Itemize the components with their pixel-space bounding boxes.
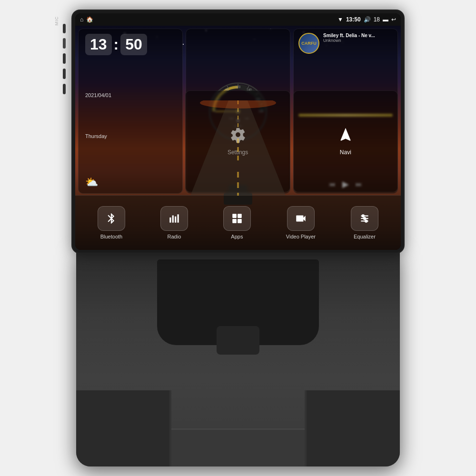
svg-rect-28 bbox=[172, 216, 174, 223]
svg-point-38 bbox=[365, 219, 368, 223]
navi-widget[interactable]: Navi bbox=[293, 90, 398, 193]
video-icon bbox=[295, 212, 307, 225]
svg-rect-29 bbox=[175, 217, 176, 223]
wifi-icon: ▼ bbox=[337, 16, 343, 23]
clock-display: 13 : 50 bbox=[85, 34, 176, 55]
svg-point-40 bbox=[363, 217, 367, 220]
music-logo-text: CARFU bbox=[301, 41, 317, 46]
dash-bottom-right bbox=[305, 390, 400, 466]
bluetooth-icon bbox=[105, 212, 118, 225]
radio-icon bbox=[168, 212, 180, 225]
music-artist: Unknown bbox=[323, 38, 393, 43]
main-screen: ⌂ 🏠 ▼ 13:50 🔊 18 ▬ ↩ bbox=[75, 13, 401, 250]
dash-center-cutout bbox=[217, 326, 259, 355]
clock-minute: 50 bbox=[120, 34, 147, 55]
svg-point-4 bbox=[200, 100, 276, 109]
clock-separator: : bbox=[114, 36, 119, 53]
bottom-apps-bar: Bluetooth Rad bbox=[75, 195, 401, 250]
back-button-1[interactable] bbox=[63, 53, 66, 64]
clock-hour: 13 bbox=[85, 34, 112, 55]
battery-icon: ▬ bbox=[383, 16, 388, 23]
equalizer-label: Equalizer bbox=[354, 234, 376, 239]
bluetooth-label: Bluetooth bbox=[100, 234, 122, 239]
svg-rect-31 bbox=[232, 214, 237, 218]
dash-bottom-left bbox=[76, 390, 171, 466]
road-svg bbox=[190, 100, 286, 196]
apps-button[interactable]: Apps bbox=[223, 206, 251, 239]
music-top: CARFU Smiley ft. Delia - Ne v... Unknown bbox=[298, 33, 393, 54]
house-icon[interactable]: 🏠 bbox=[86, 16, 93, 23]
home-icon[interactable]: ⌂ bbox=[80, 16, 83, 23]
navi-icon bbox=[337, 127, 354, 146]
radio-button[interactable]: Radio bbox=[160, 206, 188, 239]
navigation-icon bbox=[337, 127, 354, 143]
volume-down-button[interactable] bbox=[63, 84, 66, 94]
svg-rect-34 bbox=[238, 219, 242, 223]
svg-rect-30 bbox=[177, 215, 178, 223]
clock-widget[interactable]: 13 : 50 2021/04/01 Thursday ⛅ bbox=[78, 29, 183, 194]
navi-label: Navi bbox=[340, 149, 351, 156]
video-player-label: Video Player bbox=[286, 234, 316, 239]
rst-button[interactable] bbox=[63, 24, 66, 33]
apps-label: Apps bbox=[231, 234, 243, 239]
music-logo: CARFU bbox=[298, 33, 319, 54]
volume-level: 18 bbox=[374, 16, 380, 23]
main-content: 13 : 50 2021/04/01 Thursday ⛅ bbox=[75, 26, 401, 250]
equalizer-button[interactable]: Equalizer bbox=[351, 206, 378, 239]
dashboard-mount bbox=[76, 250, 400, 466]
bluetooth-button[interactable]: Bluetooth bbox=[98, 206, 125, 239]
back-nav-icon[interactable]: ↩ bbox=[391, 16, 396, 23]
volume-up-button[interactable] bbox=[63, 69, 66, 79]
svg-rect-32 bbox=[238, 214, 242, 218]
status-left: ⌂ 🏠 bbox=[80, 16, 93, 23]
video-player-button[interactable]: Video Player bbox=[286, 206, 316, 239]
power-button[interactable] bbox=[63, 38, 66, 49]
status-right: ▼ 13:50 🔊 18 ▬ ↩ bbox=[337, 16, 396, 23]
dash-bottom-center bbox=[171, 428, 305, 466]
svg-rect-27 bbox=[169, 218, 171, 223]
status-bar: ⌂ 🏠 ▼ 13:50 🔊 18 ▬ ↩ bbox=[75, 13, 401, 26]
clock-date: 2021/04/01 bbox=[85, 92, 176, 98]
side-buttons bbox=[63, 24, 66, 94]
svg-point-36 bbox=[361, 215, 365, 218]
apps-icon-box bbox=[223, 206, 251, 231]
screen-bezel: MIC ⌂ 🏠 ▼ 13:50 🔊 bbox=[71, 10, 405, 254]
device-outer: MIC ⌂ 🏠 ▼ 13:50 🔊 bbox=[57, 10, 419, 466]
bluetooth-icon-box bbox=[98, 206, 125, 231]
equalizer-icon bbox=[358, 212, 371, 225]
music-info: Smiley ft. Delia - Ne v... Unknown bbox=[323, 33, 393, 43]
music-title: Smiley ft. Delia - Ne v... bbox=[323, 33, 393, 38]
radio-label: Radio bbox=[168, 234, 181, 239]
svg-rect-33 bbox=[232, 219, 237, 223]
video-icon-box bbox=[287, 206, 315, 231]
clock-day: Thursday bbox=[85, 133, 176, 139]
volume-icon: 🔊 bbox=[364, 16, 371, 23]
mic-label: MIC bbox=[54, 16, 59, 26]
weather-icon: ⛅ bbox=[85, 176, 176, 188]
radio-icon-box bbox=[160, 206, 188, 231]
equalizer-icon-box bbox=[351, 206, 378, 231]
status-time: 13:50 bbox=[346, 16, 361, 23]
apps-icon bbox=[231, 212, 243, 225]
